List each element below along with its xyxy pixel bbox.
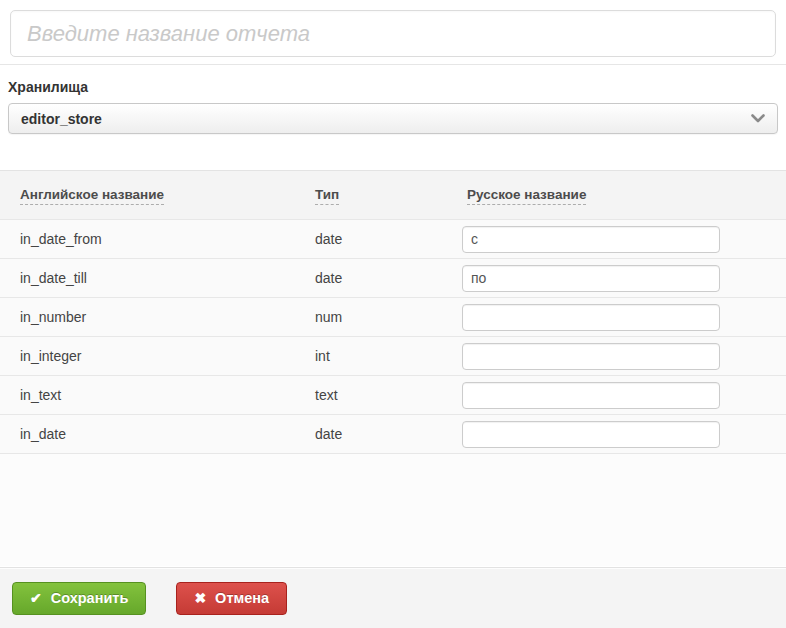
russian-name-input[interactable] — [462, 382, 720, 409]
check-icon: ✔ — [30, 590, 42, 606]
column-header-russian-name[interactable]: Русское название — [467, 187, 586, 205]
save-button[interactable]: ✔ Сохранить — [12, 582, 146, 615]
param-english-name: in_integer — [0, 348, 295, 364]
x-icon: ✖ — [194, 590, 206, 606]
column-header-english-name[interactable]: Английское название — [20, 187, 164, 205]
parameters-table: Английское название Тип Русское название… — [0, 170, 786, 454]
storage-section: Хранилища editor_store — [0, 65, 786, 134]
storage-label: Хранилища — [8, 79, 778, 95]
content-spacer — [0, 454, 786, 566]
param-type: date — [295, 231, 447, 247]
chevron-down-icon — [751, 114, 765, 123]
russian-name-input[interactable] — [462, 226, 720, 253]
table-header-row: Английское название Тип Русское название — [0, 170, 786, 220]
cancel-button[interactable]: ✖ Отмена — [176, 582, 287, 615]
param-type: num — [295, 309, 447, 325]
param-english-name: in_number — [0, 309, 295, 325]
table-row: in_date date — [0, 415, 786, 454]
save-button-label: Сохранить — [51, 590, 129, 606]
footer-action-bar: ✔ Сохранить ✖ Отмена — [0, 567, 786, 628]
table-row: in_text text — [0, 376, 786, 415]
param-english-name: in_date — [0, 426, 295, 442]
storage-select[interactable]: editor_store — [8, 103, 778, 134]
report-name-input[interactable] — [10, 10, 776, 57]
russian-name-input[interactable] — [462, 265, 720, 292]
cancel-button-label: Отмена — [215, 590, 269, 606]
storage-selected-value: editor_store — [21, 111, 102, 127]
param-type: int — [295, 348, 447, 364]
russian-name-input[interactable] — [462, 304, 720, 331]
table-row: in_date_till date — [0, 259, 786, 298]
column-header-type[interactable]: Тип — [315, 187, 339, 205]
table-row: in_integer int — [0, 337, 786, 376]
param-english-name: in_date_from — [0, 231, 295, 247]
russian-name-input[interactable] — [462, 343, 720, 370]
table-row: in_number num — [0, 298, 786, 337]
russian-name-input[interactable] — [462, 421, 720, 448]
param-english-name: in_text — [0, 387, 295, 403]
param-type: text — [295, 387, 447, 403]
param-type: date — [295, 426, 447, 442]
param-type: date — [295, 270, 447, 286]
report-name-section — [0, 0, 786, 57]
table-row: in_date_from date — [0, 220, 786, 259]
param-english-name: in_date_till — [0, 270, 295, 286]
